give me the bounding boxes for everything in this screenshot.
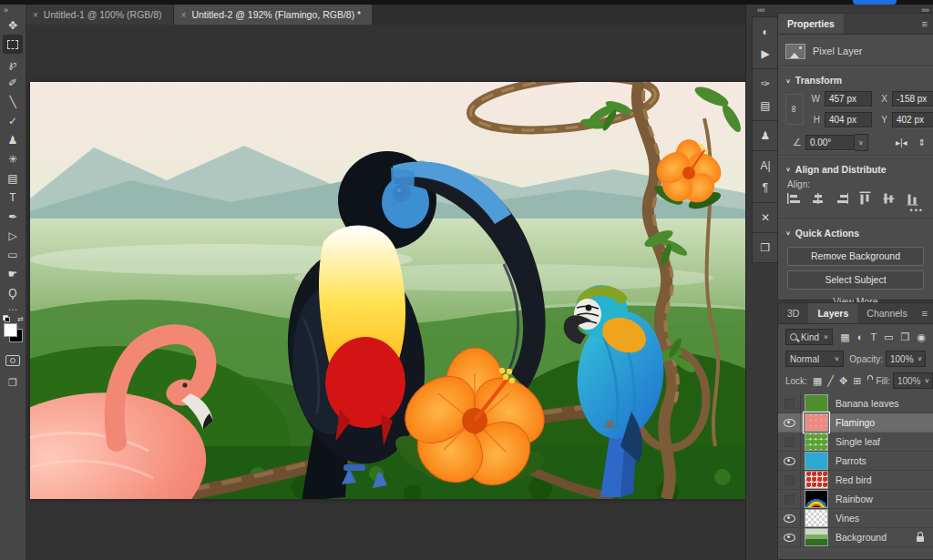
- layer-row-vines[interactable]: Vines: [778, 509, 933, 528]
- tool-object-selection[interactable]: ✐: [3, 73, 23, 92]
- layer-row-background[interactable]: Background: [778, 528, 933, 547]
- visibility-toggle[interactable]: [778, 394, 801, 412]
- constrain-proportions-icon[interactable]: ∞: [785, 94, 804, 125]
- visibility-toggle[interactable]: [778, 433, 801, 451]
- libraries-panel-icon[interactable]: ❒: [755, 237, 775, 259]
- filter-type-icon[interactable]: T: [870, 331, 877, 342]
- gradients-panel-icon[interactable]: ▤: [755, 95, 775, 117]
- tool-zoom[interactable]: Ϙ: [3, 283, 23, 302]
- layer-row-rainbow[interactable]: Rainbow: [778, 490, 933, 509]
- filter-toggle-icon[interactable]: ◉: [917, 331, 926, 343]
- fill-field[interactable]: 100% ∨: [893, 372, 933, 389]
- visibility-toggle[interactable]: [778, 528, 801, 546]
- tool-clone-stamp[interactable]: ♟: [3, 130, 23, 149]
- layer-thumbnail[interactable]: [805, 471, 828, 489]
- document-tab-untitled-1[interactable]: × Untitled-1 @ 100% (RGB/8): [26, 5, 174, 25]
- close-tab-icon[interactable]: ×: [181, 10, 187, 20]
- rotation-dropdown-icon[interactable]: ∨: [855, 134, 868, 151]
- quick-mask-icon[interactable]: [5, 355, 20, 366]
- swap-colors-icon[interactable]: ⇄: [17, 315, 24, 323]
- blend-mode-dropdown[interactable]: Normal ∨: [785, 351, 844, 367]
- filter-pixel-icon[interactable]: ▦: [840, 331, 849, 343]
- select-subject-button[interactable]: Select Subject: [787, 270, 924, 290]
- flip-vertical-icon[interactable]: ⇕: [918, 137, 926, 148]
- visibility-toggle[interactable]: [778, 413, 801, 432]
- tool-rectangular-marquee[interactable]: [3, 35, 23, 54]
- tool-rectangle-shape[interactable]: ▭: [3, 245, 23, 264]
- filter-smart-object-icon[interactable]: ❒: [901, 331, 910, 343]
- tools-panel-icon[interactable]: ✕: [755, 207, 775, 229]
- actions-panel-icon[interactable]: ▶: [755, 43, 775, 65]
- rotation-field[interactable]: 0.00° ∨: [805, 134, 868, 151]
- tool-hand[interactable]: ☛: [3, 264, 23, 283]
- tool-history-brush[interactable]: ✳: [3, 149, 23, 168]
- close-tab-icon[interactable]: ×: [33, 10, 38, 20]
- canvas[interactable]: [30, 82, 745, 499]
- lock-transparency-icon[interactable]: ▦: [813, 375, 822, 387]
- layer-row-parrots[interactable]: Parrots: [778, 452, 933, 471]
- layer-thumbnail[interactable]: [805, 394, 828, 412]
- tool-type[interactable]: T: [3, 188, 23, 207]
- align-left-edges-icon[interactable]: [787, 193, 801, 204]
- align-horizontal-centers-icon[interactable]: [811, 193, 825, 204]
- transform-section-header[interactable]: ∨ Transform: [785, 71, 926, 89]
- paragraph-panel-icon[interactable]: ¶: [755, 177, 775, 199]
- align-right-edges-icon[interactable]: [835, 193, 848, 204]
- tool-pen[interactable]: ✒: [3, 207, 23, 226]
- layer-row-red-bird[interactable]: Red bird: [778, 471, 933, 490]
- collapse-panels-icon[interactable]: ««: [757, 5, 764, 15]
- tool-eyedropper[interactable]: ╲: [3, 92, 23, 111]
- foreground-color-swatch[interactable]: [4, 323, 17, 337]
- panel-menu-icon[interactable]: ≡: [922, 308, 933, 319]
- layer-thumbnail[interactable]: [805, 413, 828, 432]
- y-field[interactable]: 402 px: [892, 112, 933, 127]
- lock-paint-icon[interactable]: ╱: [827, 375, 834, 387]
- layer-row-banana-leaves[interactable]: Banana leaves: [778, 394, 933, 413]
- filter-adjustment-icon[interactable]: ◐: [857, 331, 864, 342]
- tool-move[interactable]: ✥: [3, 15, 23, 35]
- align-vertical-centers-icon[interactable]: [884, 192, 895, 206]
- x-field[interactable]: -158 px: [892, 91, 933, 107]
- tab-channels[interactable]: Channels: [857, 303, 916, 323]
- filter-shape-icon[interactable]: ▭: [884, 331, 893, 343]
- align-more-icon[interactable]: •••: [785, 206, 924, 215]
- align-section-header[interactable]: ∨ Align and Distribute: [785, 160, 926, 178]
- quick-actions-section-header[interactable]: ∨ Quick Actions: [785, 224, 926, 242]
- tab-layers[interactable]: Layers: [808, 303, 857, 323]
- visibility-toggle[interactable]: [778, 471, 801, 489]
- height-field[interactable]: 404 px: [825, 112, 872, 127]
- layer-thumbnail[interactable]: [805, 528, 828, 546]
- default-colors-icon[interactable]: [3, 315, 10, 321]
- tool-gradient[interactable]: ▤: [3, 168, 23, 188]
- flip-horizontal-icon[interactable]: ▸|◂: [896, 137, 907, 148]
- layer-row-flamingo[interactable]: Flamingo: [778, 413, 933, 433]
- layer-thumbnail[interactable]: [805, 490, 828, 508]
- screen-mode-icon[interactable]: ❐: [8, 377, 17, 389]
- adjustments-panel-icon[interactable]: ◐: [755, 21, 775, 43]
- layer-row-single-leaf[interactable]: Single leaf: [778, 433, 933, 452]
- document-pasteboard[interactable]: [26, 25, 745, 560]
- layer-filter-dropdown[interactable]: Kind ∨: [785, 329, 833, 345]
- character-panel-icon[interactable]: A|: [755, 155, 775, 177]
- brush-settings-panel-icon[interactable]: ✑: [755, 73, 775, 95]
- lock-position-icon[interactable]: ✥: [839, 375, 847, 387]
- remove-background-button[interactable]: Remove Background: [787, 247, 924, 266]
- tool-brush[interactable]: ✓: [3, 111, 23, 130]
- tool-lasso[interactable]: ℘: [3, 54, 23, 73]
- document-tab-untitled-2[interactable]: × Untitled-2 @ 192% (Flamingo, RGB/8) *: [174, 5, 373, 25]
- width-field[interactable]: 457 px: [825, 91, 872, 107]
- layer-thumbnail[interactable]: [805, 509, 828, 527]
- toolbar-expand-icon[interactable]: »: [0, 5, 7, 15]
- opacity-field[interactable]: 100% ∨: [886, 351, 926, 367]
- lock-artboard-icon[interactable]: ⊞: [853, 375, 861, 387]
- visibility-toggle[interactable]: [778, 452, 801, 470]
- panel-menu-icon[interactable]: ≡: [922, 18, 933, 29]
- align-top-edges-icon[interactable]: [860, 192, 871, 206]
- tool-path-selection[interactable]: ▷: [3, 226, 23, 245]
- layer-thumbnail[interactable]: [805, 433, 828, 451]
- visibility-toggle[interactable]: [778, 509, 801, 527]
- edit-toolbar-icon[interactable]: …: [8, 302, 18, 315]
- layer-thumbnail[interactable]: [805, 452, 828, 470]
- tab-3d[interactable]: 3D: [778, 303, 808, 323]
- align-bottom-edges-icon[interactable]: [907, 192, 918, 206]
